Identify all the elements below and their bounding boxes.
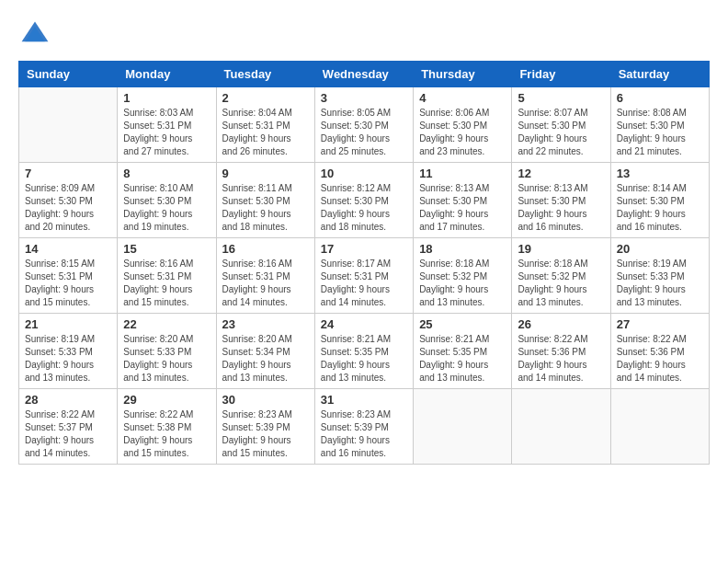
day-info: Sunrise: 8:19 AM Sunset: 5:33 PM Dayligh…	[617, 258, 703, 309]
calendar-day-cell: 16Sunrise: 8:16 AM Sunset: 5:31 PM Dayli…	[216, 238, 314, 314]
day-info: Sunrise: 8:14 AM Sunset: 5:30 PM Dayligh…	[617, 182, 703, 234]
calendar-day-cell: 11Sunrise: 8:13 AM Sunset: 5:30 PM Dayli…	[414, 163, 512, 238]
day-number: 14	[25, 242, 111, 256]
day-info: Sunrise: 8:18 AM Sunset: 5:32 PM Dayligh…	[518, 258, 604, 309]
day-number: 11	[419, 167, 506, 180]
day-number: 13	[617, 167, 703, 180]
day-number: 29	[123, 393, 210, 407]
calendar-day-cell: 22Sunrise: 8:20 AM Sunset: 5:33 PM Dayli…	[118, 314, 216, 389]
day-info: Sunrise: 8:22 AM Sunset: 5:37 PM Dayligh…	[25, 408, 111, 460]
day-info: Sunrise: 8:03 AM Sunset: 5:31 PM Dayligh…	[123, 107, 210, 158]
day-number: 26	[518, 317, 604, 331]
calendar-day-cell: 15Sunrise: 8:16 AM Sunset: 5:31 PM Dayli…	[118, 238, 216, 314]
calendar-week-row: 21Sunrise: 8:19 AM Sunset: 5:33 PM Dayli…	[19, 314, 710, 389]
day-info: Sunrise: 8:04 AM Sunset: 5:31 PM Dayligh…	[222, 107, 309, 158]
calendar-day-cell: 27Sunrise: 8:22 AM Sunset: 5:36 PM Dayli…	[610, 314, 709, 389]
day-info: Sunrise: 8:17 AM Sunset: 5:31 PM Dayligh…	[321, 258, 407, 309]
calendar-week-row: 28Sunrise: 8:22 AM Sunset: 5:37 PM Dayli…	[19, 389, 710, 465]
day-info: Sunrise: 8:16 AM Sunset: 5:31 PM Dayligh…	[222, 258, 309, 309]
calendar-day-cell: 10Sunrise: 8:12 AM Sunset: 5:30 PM Dayli…	[314, 163, 413, 238]
weekday-cell: Monday	[118, 62, 216, 87]
day-number: 1	[123, 91, 210, 105]
calendar-day-cell	[610, 389, 709, 465]
day-number: 18	[419, 242, 506, 256]
day-number: 4	[419, 91, 506, 105]
day-number: 20	[617, 242, 703, 256]
day-info: Sunrise: 8:20 AM Sunset: 5:33 PM Dayligh…	[123, 333, 210, 385]
day-info: Sunrise: 8:05 AM Sunset: 5:30 PM Dayligh…	[321, 107, 407, 158]
weekday-header-row: SundayMondayTuesdayWednesdayThursdayFrid…	[19, 62, 710, 87]
day-number: 12	[518, 167, 604, 180]
calendar-day-cell: 30Sunrise: 8:23 AM Sunset: 5:39 PM Dayli…	[216, 389, 314, 465]
calendar-day-cell: 5Sunrise: 8:07 AM Sunset: 5:30 PM Daylig…	[512, 87, 610, 163]
calendar-table: SundayMondayTuesdayWednesdayThursdayFrid…	[18, 61, 710, 465]
calendar-week-row: 7Sunrise: 8:09 AM Sunset: 5:30 PM Daylig…	[19, 163, 710, 238]
calendar-day-cell: 6Sunrise: 8:08 AM Sunset: 5:30 PM Daylig…	[610, 87, 709, 163]
day-info: Sunrise: 8:18 AM Sunset: 5:32 PM Dayligh…	[419, 258, 506, 309]
calendar-day-cell: 28Sunrise: 8:22 AM Sunset: 5:37 PM Dayli…	[19, 389, 118, 465]
day-info: Sunrise: 8:13 AM Sunset: 5:30 PM Dayligh…	[419, 182, 506, 234]
page-header	[18, 18, 710, 52]
day-info: Sunrise: 8:07 AM Sunset: 5:30 PM Dayligh…	[518, 107, 604, 158]
calendar-day-cell: 18Sunrise: 8:18 AM Sunset: 5:32 PM Dayli…	[414, 238, 512, 314]
day-number: 21	[25, 317, 111, 331]
calendar-day-cell: 17Sunrise: 8:17 AM Sunset: 5:31 PM Dayli…	[314, 238, 413, 314]
calendar-day-cell: 29Sunrise: 8:22 AM Sunset: 5:38 PM Dayli…	[118, 389, 216, 465]
day-info: Sunrise: 8:12 AM Sunset: 5:30 PM Dayligh…	[321, 182, 407, 234]
day-number: 6	[617, 91, 703, 105]
day-info: Sunrise: 8:15 AM Sunset: 5:31 PM Dayligh…	[25, 258, 111, 309]
calendar-day-cell: 9Sunrise: 8:11 AM Sunset: 5:30 PM Daylig…	[216, 163, 314, 238]
weekday-cell: Saturday	[610, 62, 709, 87]
day-info: Sunrise: 8:22 AM Sunset: 5:36 PM Dayligh…	[617, 333, 703, 385]
calendar-day-cell: 12Sunrise: 8:13 AM Sunset: 5:30 PM Dayli…	[512, 163, 610, 238]
calendar-day-cell: 19Sunrise: 8:18 AM Sunset: 5:32 PM Dayli…	[512, 238, 610, 314]
day-info: Sunrise: 8:23 AM Sunset: 5:39 PM Dayligh…	[222, 408, 309, 460]
calendar-day-cell: 25Sunrise: 8:21 AM Sunset: 5:35 PM Dayli…	[414, 314, 512, 389]
weekday-cell: Tuesday	[216, 62, 314, 87]
day-number: 30	[222, 393, 309, 407]
day-number: 3	[321, 91, 407, 105]
day-number: 7	[25, 167, 111, 180]
day-info: Sunrise: 8:06 AM Sunset: 5:30 PM Dayligh…	[419, 107, 506, 158]
calendar-day-cell: 7Sunrise: 8:09 AM Sunset: 5:30 PM Daylig…	[19, 163, 118, 238]
calendar-day-cell: 4Sunrise: 8:06 AM Sunset: 5:30 PM Daylig…	[414, 87, 512, 163]
day-info: Sunrise: 8:20 AM Sunset: 5:34 PM Dayligh…	[222, 333, 309, 385]
day-info: Sunrise: 8:16 AM Sunset: 5:31 PM Dayligh…	[123, 258, 210, 309]
calendar-day-cell: 2Sunrise: 8:04 AM Sunset: 5:31 PM Daylig…	[216, 87, 314, 163]
day-info: Sunrise: 8:10 AM Sunset: 5:30 PM Dayligh…	[123, 182, 210, 234]
day-info: Sunrise: 8:21 AM Sunset: 5:35 PM Dayligh…	[419, 333, 506, 385]
day-info: Sunrise: 8:11 AM Sunset: 5:30 PM Dayligh…	[222, 182, 309, 234]
calendar-day-cell	[19, 87, 118, 163]
day-number: 2	[222, 91, 309, 105]
day-info: Sunrise: 8:21 AM Sunset: 5:35 PM Dayligh…	[321, 333, 407, 385]
day-info: Sunrise: 8:08 AM Sunset: 5:30 PM Dayligh…	[617, 107, 703, 158]
calendar-day-cell: 24Sunrise: 8:21 AM Sunset: 5:35 PM Dayli…	[314, 314, 413, 389]
day-number: 28	[25, 393, 111, 407]
calendar-day-cell: 20Sunrise: 8:19 AM Sunset: 5:33 PM Dayli…	[610, 238, 709, 314]
day-info: Sunrise: 8:19 AM Sunset: 5:33 PM Dayligh…	[25, 333, 111, 385]
weekday-cell: Sunday	[19, 62, 118, 87]
day-number: 15	[123, 242, 210, 256]
day-number: 22	[123, 317, 210, 331]
calendar-week-row: 14Sunrise: 8:15 AM Sunset: 5:31 PM Dayli…	[19, 238, 710, 314]
day-number: 9	[222, 167, 309, 180]
day-number: 8	[123, 167, 210, 180]
day-number: 10	[321, 167, 407, 180]
calendar-day-cell: 14Sunrise: 8:15 AM Sunset: 5:31 PM Dayli…	[19, 238, 118, 314]
weekday-cell: Thursday	[414, 62, 512, 87]
logo-icon	[18, 18, 51, 52]
weekday-cell: Wednesday	[314, 62, 413, 87]
calendar-day-cell	[512, 389, 610, 465]
day-number: 19	[518, 242, 604, 256]
day-info: Sunrise: 8:23 AM Sunset: 5:39 PM Dayligh…	[321, 408, 407, 460]
day-number: 27	[617, 317, 703, 331]
day-number: 24	[321, 317, 407, 331]
day-info: Sunrise: 8:09 AM Sunset: 5:30 PM Dayligh…	[25, 182, 111, 234]
day-number: 17	[321, 242, 407, 256]
calendar-day-cell: 26Sunrise: 8:22 AM Sunset: 5:36 PM Dayli…	[512, 314, 610, 389]
weekday-cell: Friday	[512, 62, 610, 87]
day-info: Sunrise: 8:13 AM Sunset: 5:30 PM Dayligh…	[518, 182, 604, 234]
calendar-day-cell: 8Sunrise: 8:10 AM Sunset: 5:30 PM Daylig…	[118, 163, 216, 238]
day-info: Sunrise: 8:22 AM Sunset: 5:38 PM Dayligh…	[123, 408, 210, 460]
logo	[18, 18, 55, 52]
